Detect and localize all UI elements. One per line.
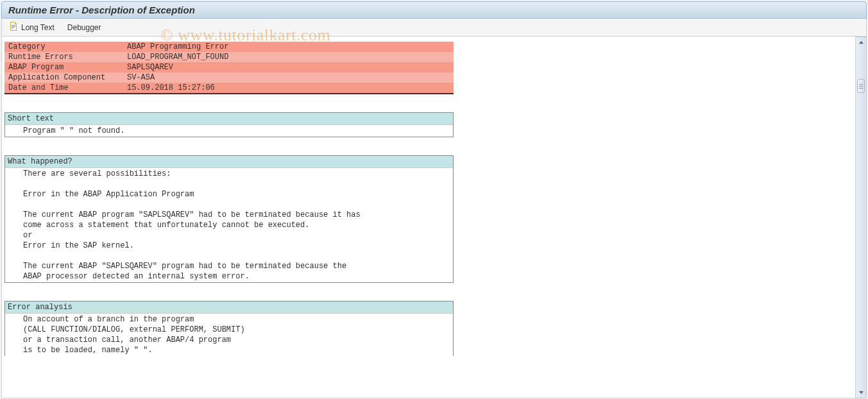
text-line: ABAP processor detected an internal syst… <box>5 271 453 282</box>
info-value: ABAP Programming Error <box>123 42 454 52</box>
text-line: On account of a branch in the program <box>5 314 453 325</box>
section-header: Short text <box>5 113 453 125</box>
text-line: Error in the SAP kernel. <box>5 241 453 251</box>
section-body: There are several possibilities: Error i… <box>5 168 453 282</box>
info-value: 15.09.2018 15:27:06 <box>123 83 454 94</box>
scroll-down-icon[interactable] <box>857 388 865 396</box>
short-text-section: Short text Program " " not found. <box>4 112 454 137</box>
document-icon <box>8 21 19 33</box>
text-line: is to be loaded, namely " ". <box>5 345 453 355</box>
info-value: LOAD_PROGRAM_NOT_FOUND <box>123 52 454 62</box>
text-line: Error in the ABAP Application Program <box>5 189 453 200</box>
info-label: Date and Time <box>4 83 123 94</box>
section-body: Program " " not found. <box>5 125 453 137</box>
text-line: (CALL FUNCTION/DIALOG, external PERFORM,… <box>5 325 453 335</box>
table-row: Application Component SV-ASA <box>4 72 454 83</box>
section-header: What happened? <box>5 156 453 168</box>
info-label: Category <box>4 42 123 52</box>
error-analysis-section: Error analysis On account of a branch in… <box>4 301 454 356</box>
scroll-thumb[interactable] <box>857 79 865 93</box>
long-text-label: Long Text <box>21 23 55 32</box>
table-row: Runtime Errors LOAD_PROGRAM_NOT_FOUND <box>4 52 454 62</box>
toolbar: Long Text Debugger <box>1 19 867 37</box>
section-header: Error analysis <box>5 301 453 314</box>
text-line: There are several possibilities: <box>5 169 453 179</box>
info-label: ABAP Program <box>4 62 123 72</box>
text-line: Program " " not found. <box>5 126 453 136</box>
text-line: or a transaction call, another ABAP/4 pr… <box>5 335 453 345</box>
info-label: Runtime Errors <box>4 52 123 62</box>
text-line <box>5 251 453 261</box>
table-row: Category ABAP Programming Error <box>4 42 454 52</box>
text-line: The current ABAP "SAPLSQAREV" program ha… <box>5 261 453 271</box>
info-value: SV-ASA <box>123 72 454 83</box>
info-value: SAPLSQAREV <box>123 62 454 72</box>
table-row: ABAP Program SAPLSQAREV <box>4 62 454 72</box>
text-line: come across a statement that unfortunate… <box>5 220 453 230</box>
text-line <box>5 200 453 210</box>
vertical-scrollbar[interactable] <box>856 37 867 398</box>
table-row: Date and Time 15.09.2018 15:27:06 <box>4 83 454 94</box>
text-line <box>5 179 453 189</box>
error-info-table: Category ABAP Programming Error Runtime … <box>4 42 454 94</box>
text-line: The current ABAP program "SAPLSQAREV" ha… <box>5 210 453 220</box>
section-body: On account of a branch in the program (C… <box>5 314 453 356</box>
what-happened-section: What happened? There are several possibi… <box>4 155 454 283</box>
debugger-label: Debugger <box>67 23 101 32</box>
debugger-button[interactable]: Debugger <box>67 23 101 32</box>
scroll-up-icon[interactable] <box>857 38 865 47</box>
window-title: Runtime Error - Description of Exception <box>1 1 867 19</box>
content-area: Category ABAP Programming Error Runtime … <box>1 37 856 398</box>
text-line: or <box>5 230 453 241</box>
long-text-button[interactable]: Long Text <box>8 21 55 33</box>
info-label: Application Component <box>4 72 123 83</box>
